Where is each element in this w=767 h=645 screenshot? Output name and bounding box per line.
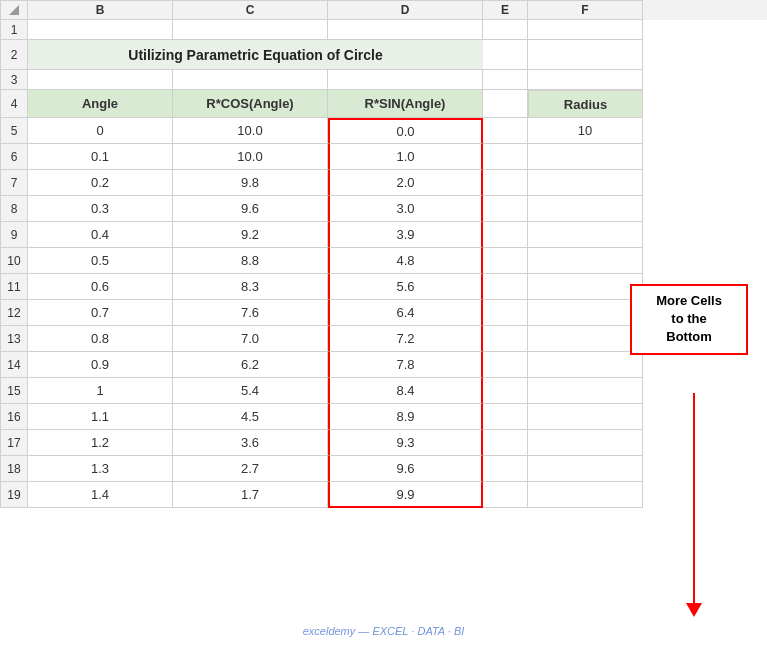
cell-rcos-6[interactable]: 10.0 (173, 144, 328, 170)
cell-e10[interactable] (483, 248, 528, 274)
cell-e16[interactable] (483, 404, 528, 430)
cell-rsin-12[interactable]: 6.4 (328, 300, 483, 326)
cell-angle-17[interactable]: 1.2 (28, 430, 173, 456)
cell-angle-7[interactable]: 0.2 (28, 170, 173, 196)
cell-rsin-7[interactable]: 2.0 (328, 170, 483, 196)
row-num-16: 16 (0, 404, 28, 430)
cell-c1[interactable] (173, 20, 328, 40)
cell-angle-13[interactable]: 0.8 (28, 326, 173, 352)
cell-rcos-15[interactable]: 5.4 (173, 378, 328, 404)
cell-e7[interactable] (483, 170, 528, 196)
cell-e9[interactable] (483, 222, 528, 248)
header-radius: Radius (528, 90, 643, 118)
cell-rcos-12[interactable]: 7.6 (173, 300, 328, 326)
cell-rsin-13[interactable]: 7.2 (328, 326, 483, 352)
cell-rsin-6[interactable]: 1.0 (328, 144, 483, 170)
cell-angle-10[interactable]: 0.5 (28, 248, 173, 274)
cell-e17[interactable] (483, 430, 528, 456)
cell-rsin-14[interactable]: 7.8 (328, 352, 483, 378)
cell-angle-11[interactable]: 0.6 (28, 274, 173, 300)
cell-angle-14[interactable]: 0.9 (28, 352, 173, 378)
cell-angle-18[interactable]: 1.3 (28, 456, 173, 482)
cell-rcos-8[interactable]: 9.6 (173, 196, 328, 222)
cell-f15[interactable] (528, 378, 643, 404)
cell-b1[interactable] (28, 20, 173, 40)
cell-e18[interactable] (483, 456, 528, 482)
cell-rcos-5[interactable]: 10.0 (173, 118, 328, 144)
cell-e15[interactable] (483, 378, 528, 404)
cell-rcos-10[interactable]: 8.8 (173, 248, 328, 274)
cell-rcos-13[interactable]: 7.0 (173, 326, 328, 352)
cell-rsin-18[interactable]: 9.6 (328, 456, 483, 482)
cell-f16[interactable] (528, 404, 643, 430)
row-num-3: 3 (0, 70, 28, 90)
cell-e1[interactable] (483, 20, 528, 40)
cell-rsin-15[interactable]: 8.4 (328, 378, 483, 404)
cell-angle-9[interactable]: 0.4 (28, 222, 173, 248)
cell-f11[interactable] (528, 274, 643, 300)
cell-e8[interactable] (483, 196, 528, 222)
cell-d1[interactable] (328, 20, 483, 40)
cell-angle-15[interactable]: 1 (28, 378, 173, 404)
cell-f7[interactable] (528, 170, 643, 196)
cell-rcos-14[interactable]: 6.2 (173, 352, 328, 378)
cell-rcos-16[interactable]: 4.5 (173, 404, 328, 430)
cell-e11[interactable] (483, 274, 528, 300)
cell-e12[interactable] (483, 300, 528, 326)
row-num-10: 10 (0, 248, 28, 274)
cell-f1[interactable] (528, 20, 643, 40)
cell-e3[interactable] (483, 70, 528, 90)
cell-f6[interactable] (528, 144, 643, 170)
cell-f14[interactable] (528, 352, 643, 378)
cell-e19[interactable] (483, 482, 528, 508)
grid-body: 1 2 3 4 5 6 7 8 9 10 11 12 13 14 15 16 1… (0, 20, 767, 508)
cell-d3[interactable] (328, 70, 483, 90)
cell-rcos-17[interactable]: 3.6 (173, 430, 328, 456)
cell-rcos-18[interactable]: 2.7 (173, 456, 328, 482)
cell-rsin-5[interactable]: 0.0 (328, 118, 483, 144)
cell-rsin-16[interactable]: 8.9 (328, 404, 483, 430)
cell-f8[interactable] (528, 196, 643, 222)
data-row-19: 1.4 1.7 9.9 (28, 482, 643, 508)
cell-angle-5[interactable]: 0 (28, 118, 173, 144)
cell-rsin-17[interactable]: 9.3 (328, 430, 483, 456)
cell-f9[interactable] (528, 222, 643, 248)
cell-f13[interactable] (528, 326, 643, 352)
cell-f3[interactable] (528, 70, 643, 90)
cell-e2[interactable] (483, 40, 528, 70)
cell-rsin-19[interactable]: 9.9 (328, 482, 483, 508)
cell-radius-value[interactable]: 10 (528, 118, 643, 144)
cell-angle-16[interactable]: 1.1 (28, 404, 173, 430)
cell-rsin-10[interactable]: 4.8 (328, 248, 483, 274)
cell-f2[interactable] (528, 40, 643, 70)
cell-f12[interactable] (528, 300, 643, 326)
cell-f18[interactable] (528, 456, 643, 482)
cell-c3[interactable] (173, 70, 328, 90)
cell-f17[interactable] (528, 430, 643, 456)
cell-e4[interactable] (483, 90, 528, 118)
cell-e5[interactable] (483, 118, 528, 144)
row-num-15: 15 (0, 378, 28, 404)
cell-angle-8[interactable]: 0.3 (28, 196, 173, 222)
cell-angle-12[interactable]: 0.7 (28, 300, 173, 326)
row-4: Angle R*COS(Angle) R*SIN(Angle) Radius (28, 90, 643, 118)
cell-e13[interactable] (483, 326, 528, 352)
cell-rcos-7[interactable]: 9.8 (173, 170, 328, 196)
col-header-f: F (528, 0, 643, 20)
cell-rcos-11[interactable]: 8.3 (173, 274, 328, 300)
cell-angle-19[interactable]: 1.4 (28, 482, 173, 508)
row-3 (28, 70, 643, 90)
data-row-7: 0.2 9.8 2.0 (28, 170, 643, 196)
cell-b3[interactable] (28, 70, 173, 90)
data-row-13: 0.8 7.0 7.2 (28, 326, 643, 352)
cell-rcos-9[interactable]: 9.2 (173, 222, 328, 248)
cell-rsin-8[interactable]: 3.0 (328, 196, 483, 222)
cell-f19[interactable] (528, 482, 643, 508)
cell-f10[interactable] (528, 248, 643, 274)
cell-rcos-19[interactable]: 1.7 (173, 482, 328, 508)
cell-angle-6[interactable]: 0.1 (28, 144, 173, 170)
cell-rsin-11[interactable]: 5.6 (328, 274, 483, 300)
cell-e14[interactable] (483, 352, 528, 378)
cell-e6[interactable] (483, 144, 528, 170)
cell-rsin-9[interactable]: 3.9 (328, 222, 483, 248)
